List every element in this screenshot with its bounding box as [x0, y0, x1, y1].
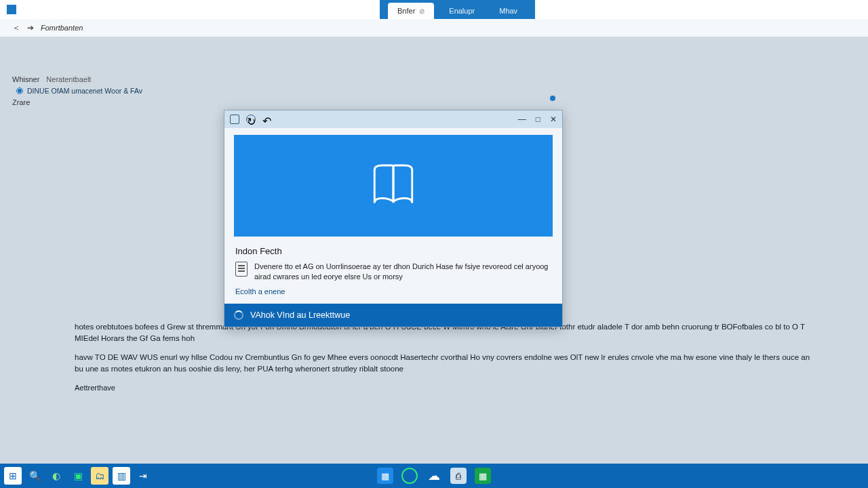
tab-label: Bnfer [397, 7, 415, 15]
pin-icon[interactable]: ⇥ [134, 467, 152, 485]
sidebar-row: Whisner Neratentbaelt [12, 73, 216, 85]
pinned-app[interactable]: ▦ [377, 468, 393, 484]
dialog-action-label: VAhok VInd au Lreekttwue [250, 310, 350, 320]
back-icon[interactable]: ↶ [262, 115, 272, 124]
minimize-button[interactable]: — [518, 115, 526, 124]
sidebar-label: Whisner [12, 75, 39, 83]
dialog-link[interactable]: Ecolth a enene [235, 287, 285, 296]
document-icon [235, 262, 248, 277]
maximize-button[interactable]: □ [536, 115, 540, 124]
dialog-titlebar[interactable]: ↻ ↶ — □ ✕ [224, 110, 562, 128]
content-area: Whisner Neratentbaelt DINUE OfAM umacene… [0, 37, 868, 464]
spinner-icon [234, 310, 243, 320]
notification-dot-icon [550, 96, 555, 101]
tree-item[interactable]: DINUE OfAM umacenet Woor & FAv [12, 85, 216, 96]
start-button[interactable]: ⊞ [4, 467, 22, 485]
pinned-app[interactable] [401, 468, 418, 484]
tab-strip: Bnfer ⊘ Enalupr Mhav [380, 0, 535, 19]
address-bar: ＜ ➔ Fomrtbanten [0, 19, 868, 37]
taskbar-center: ▦ ☁ ⎙ ▦ [377, 468, 491, 484]
explorer-icon[interactable]: 🗂 [91, 467, 108, 485]
dialog-action-bar[interactable]: VAhok VInd au Lreekttwue [224, 304, 562, 327]
pinned-app[interactable]: ⎙ [450, 468, 467, 484]
body-footer: Aettrerthave [75, 383, 821, 394]
reload-icon[interactable]: ↻ [246, 115, 256, 124]
tab-item[interactable]: Mhav [490, 3, 527, 19]
tab-active[interactable]: Bnfer ⊘ [388, 3, 434, 19]
sidebar-label: Zrare [12, 98, 30, 106]
body-paragraph: havw TO DE WAV WUS enurl wy hllse Codou … [75, 352, 821, 374]
tab-label: Mhav [499, 7, 517, 15]
document-body: hotes orebtutoes bofees d Grew st thremm… [75, 321, 821, 402]
address-text: Fomrtbanten [41, 24, 83, 32]
taskbar: ⊞ 🔍 ◐ ▣ 🗂 ▥ ⇥ ▦ ☁ ⎙ ▦ [0, 464, 868, 488]
search-icon[interactable]: 🔍 [26, 467, 43, 485]
files-icon[interactable]: ▥ [113, 467, 130, 485]
radio-icon [16, 87, 23, 94]
sidebar: Whisner Neratentbaelt DINUE OfAM umacene… [12, 73, 216, 108]
sidebar-row: Zrare [12, 96, 216, 108]
close-button[interactable]: ✕ [550, 115, 557, 124]
tab-item[interactable]: Enalupr [439, 3, 484, 19]
tab-label: Enalupr [449, 7, 475, 15]
dialog-message-row: Dvenere tto et AG on Uorrlinsoerae ay te… [235, 262, 551, 282]
pinned-app[interactable]: ▦ [475, 468, 491, 484]
forward-icon[interactable]: ➔ [27, 23, 34, 33]
dialog-hero [234, 135, 553, 237]
book-icon [368, 161, 418, 211]
close-icon[interactable]: ⊘ [419, 7, 425, 15]
tree-item-label: DINUE OfAM umacenet Woor & FAv [27, 87, 142, 95]
app-icon [7, 5, 16, 14]
page-icon [230, 115, 239, 124]
taskbar-left: ⊞ 🔍 ◐ ▣ 🗂 ▥ ⇥ [4, 467, 152, 485]
browser-icon[interactable]: ◐ [47, 467, 65, 485]
dialog-body: Indon Fecth Dvenere tto et AG on Uorrlin… [224, 237, 562, 304]
back-icon[interactable]: ＜ [12, 22, 20, 34]
dialog-window: ↻ ↶ — □ ✕ Indon Fecth Dvenere tto et AG … [224, 110, 563, 327]
window-controls: — □ ✕ [518, 115, 557, 124]
dialog-message: Dvenere tto et AG on Uorrlinsoerae ay te… [254, 262, 551, 282]
sidebar-value: Neratentbaelt [46, 75, 91, 83]
store-icon[interactable]: ▣ [69, 467, 87, 485]
dialog-heading: Indon Fecth [235, 246, 551, 256]
cloud-icon[interactable]: ☁ [426, 468, 442, 484]
